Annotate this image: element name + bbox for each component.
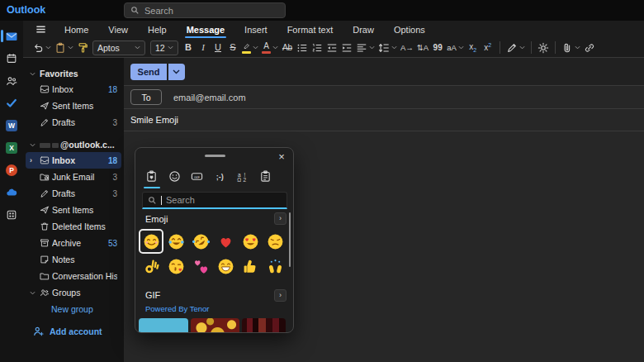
- rail-onedrive-icon[interactable]: [0, 181, 23, 203]
- folder-junk-email[interactable]: Junk Email3: [23, 169, 124, 185]
- format-painter-icon[interactable]: [75, 40, 90, 55]
- highlight-icon[interactable]: [240, 40, 260, 55]
- paste-icon[interactable]: [53, 40, 75, 55]
- picker-tab-symbols-icon[interactable]: a!Ω2: [231, 166, 254, 187]
- emoji-ok-hand[interactable]: [139, 254, 163, 279]
- emoji-rolling-on-the-floor-laughing[interactable]: [188, 229, 213, 254]
- menu-tab-insert[interactable]: Insert: [234, 21, 277, 38]
- drag-handle[interactable]: [205, 155, 225, 157]
- clear-formatting-icon[interactable]: Ab: [280, 40, 295, 55]
- folder-drafts[interactable]: Drafts3: [23, 114, 124, 131]
- emoji-two-hearts[interactable]: [188, 254, 213, 279]
- font-size-select[interactable]: 12: [150, 40, 178, 55]
- rail-calendar-icon[interactable]: [0, 47, 23, 69]
- line-spacing-icon[interactable]: [376, 40, 399, 55]
- send-row: Send: [124, 58, 644, 85]
- subscript-icon[interactable]: x2: [466, 40, 481, 55]
- emoji-search-input[interactable]: Search: [142, 192, 287, 209]
- gif-section-title: GIF: [145, 290, 160, 300]
- rail-people-icon[interactable]: [0, 69, 23, 92]
- menu-tab-home[interactable]: Home: [54, 21, 98, 38]
- menu-icon[interactable]: [27, 21, 54, 38]
- picker-tab-recent-icon[interactable]: [140, 166, 163, 187]
- emoji-pensive-face[interactable]: [263, 229, 287, 254]
- menu-tab-draw[interactable]: Draw: [343, 21, 384, 38]
- recipient-address[interactable]: email@email.com: [173, 93, 246, 102]
- numbering-icon[interactable]: [310, 40, 324, 55]
- emoji-red-heart[interactable]: [213, 229, 238, 254]
- superscript-icon[interactable]: x2: [481, 40, 495, 55]
- new-group-link[interactable]: New group: [23, 301, 124, 317]
- ink-editor-icon[interactable]: [504, 40, 527, 55]
- gif-thumb-minions[interactable]: [191, 318, 239, 333]
- picker-tab-gif-tab-icon[interactable]: GIF: [186, 166, 209, 187]
- subject-field[interactable]: Smile Emoji: [124, 109, 644, 131]
- picker-tab-kaomoji-icon[interactable]: ;-): [209, 166, 232, 187]
- text-direction-icon[interactable]: A→: [399, 40, 415, 55]
- attach-icon[interactable]: [560, 40, 582, 55]
- folder-drafts[interactable]: Drafts3: [23, 185, 124, 202]
- emoji-thumbs-up[interactable]: [238, 254, 263, 279]
- quote-icon[interactable]: 99: [430, 40, 445, 55]
- rail-todo-icon[interactable]: [0, 92, 23, 114]
- emoji-face-blowing-a-kiss[interactable]: [163, 254, 188, 279]
- font-color-icon[interactable]: A: [260, 40, 280, 55]
- folder-sent-items[interactable]: Sent Items: [23, 98, 124, 114]
- menu-tab-format-text[interactable]: Format text: [277, 21, 343, 38]
- emoji-smiling-face-with-smiling-eyes[interactable]: [139, 229, 163, 254]
- emoji-beaming-face-with-smiling-eyes[interactable]: [213, 254, 238, 279]
- font-name-select[interactable]: Aptos: [92, 40, 145, 55]
- folder-section-header[interactable]: Favorites: [23, 66, 124, 81]
- emoji-more-chevron[interactable]: ›: [274, 212, 286, 225]
- menu-tab-message[interactable]: Message: [177, 21, 234, 38]
- folder-deleted-items[interactable]: Deleted Items: [23, 218, 124, 235]
- underline-icon[interactable]: U: [211, 40, 225, 55]
- rail-word-icon[interactable]: W: [0, 114, 23, 136]
- gif-thumb-cyan[interactable]: [139, 318, 188, 333]
- toolbar-divider: [500, 41, 500, 54]
- change-case-icon[interactable]: aA: [445, 40, 466, 55]
- gif-thumb-maroon[interactable]: [242, 318, 286, 333]
- menu-tab-options[interactable]: Options: [384, 21, 435, 38]
- subject-text: Smile Emoji: [130, 115, 178, 125]
- folder-groups[interactable]: Groups: [23, 284, 124, 301]
- menu-tab-view[interactable]: View: [98, 21, 138, 38]
- folder-notes[interactable]: Notes: [23, 251, 124, 268]
- rail-powerpoint-icon[interactable]: P: [0, 159, 23, 181]
- folder-section-header[interactable]: @outlook.c...: [23, 137, 124, 152]
- strikethrough-icon[interactable]: S: [225, 40, 240, 55]
- folder-inbox[interactable]: ›Inbox18: [26, 152, 121, 169]
- rail-apps-icon[interactable]: [0, 203, 23, 226]
- dialog-scrollbar[interactable]: [289, 212, 291, 267]
- close-icon[interactable]: ×: [275, 150, 288, 163]
- send-options-dropdown[interactable]: [168, 64, 185, 80]
- emoji-raising-hands[interactable]: [263, 254, 287, 279]
- folder-sent-items[interactable]: Sent Items: [23, 202, 124, 218]
- outdent-icon[interactable]: [324, 40, 339, 55]
- emoji-section-title: Emoji: [145, 214, 168, 224]
- undo-icon[interactable]: [31, 40, 53, 55]
- gif-more-chevron[interactable]: ›: [274, 289, 286, 302]
- vertical-text-icon[interactable]: ⇅A: [415, 40, 430, 55]
- send-button[interactable]: Send: [130, 64, 167, 80]
- bullets-icon[interactable]: [295, 40, 310, 55]
- folder-inbox[interactable]: Inbox18: [23, 81, 124, 98]
- to-button[interactable]: To: [130, 89, 162, 105]
- picker-tab-smiley-icon[interactable]: [163, 166, 187, 187]
- theme-sun-icon[interactable]: [536, 40, 551, 55]
- italic-icon[interactable]: I: [196, 40, 211, 55]
- emoji-face-with-tears-of-joy[interactable]: [163, 229, 188, 254]
- rail-excel-icon[interactable]: X: [0, 136, 23, 159]
- emoji-smiling-face-with-heart-eyes[interactable]: [238, 229, 263, 254]
- add-account-button[interactable]: Add account: [23, 322, 124, 341]
- link-icon[interactable]: [582, 40, 597, 55]
- picker-tab-clipboard-icon[interactable]: [254, 166, 277, 187]
- global-search-input[interactable]: Search: [124, 2, 286, 18]
- indent-icon[interactable]: [339, 40, 354, 55]
- folder-archive[interactable]: Archive53: [23, 235, 124, 251]
- rail-mail-icon[interactable]: [0, 25, 23, 47]
- bold-icon[interactable]: B: [181, 40, 196, 55]
- folder-conversation-history[interactable]: Conversation History: [23, 268, 124, 284]
- align-icon[interactable]: [354, 40, 376, 55]
- menu-tab-help[interactable]: Help: [138, 21, 177, 38]
